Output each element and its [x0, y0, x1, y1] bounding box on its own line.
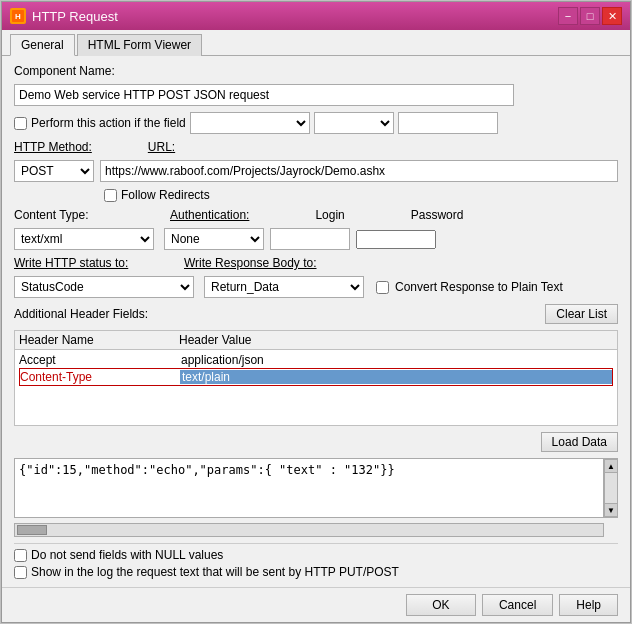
perform-action-cond-select[interactable]	[314, 112, 394, 134]
app-icon: H	[10, 8, 26, 24]
window-title: HTTP Request	[32, 9, 118, 24]
footer: OK Cancel Help	[2, 587, 630, 622]
http-method-url-inputs: POST	[14, 160, 618, 182]
close-button[interactable]: ✕	[602, 7, 622, 25]
title-bar: H HTTP Request − □ ✕	[2, 2, 630, 30]
component-name-input-row	[14, 84, 618, 106]
header-name-1: Content-Type	[20, 370, 180, 384]
tab-html-form[interactable]: HTML Form Viewer	[77, 34, 202, 56]
content-type-labels-row: Content Type: Authentication: Login Pass…	[14, 208, 618, 222]
body-hscrollbar[interactable]	[14, 523, 604, 537]
content-type-label: Content Type:	[14, 208, 114, 222]
content-type-select[interactable]: text/xml	[14, 228, 154, 250]
header-table-head: Header Name Header Value	[15, 331, 617, 350]
http-method-select[interactable]: POST	[14, 160, 94, 182]
header-table-body: Accept application/json Content-Type tex…	[15, 350, 617, 388]
write-status-inputs: StatusCode Return_Data Convert Response …	[14, 276, 618, 298]
follow-redirects-row: Follow Redirects	[104, 188, 618, 202]
body-text-area[interactable]: {"id":15,"method":"echo","params":{ "tex…	[14, 458, 604, 518]
title-bar-left: H HTTP Request	[10, 8, 118, 24]
header-name-0: Accept	[19, 353, 179, 367]
header-row-0[interactable]: Accept application/json	[19, 352, 613, 368]
body-hscroll-row	[14, 523, 618, 537]
authentication-select[interactable]: None	[164, 228, 264, 250]
body-vertical-scrollbar[interactable]: ▲ ▼	[604, 458, 618, 518]
write-http-status-select[interactable]: StatusCode	[14, 276, 194, 298]
header-value-col: Header Value	[179, 333, 613, 347]
perform-action-row: Perform this action if the field	[14, 112, 618, 134]
write-response-body-select[interactable]: Return_Data	[204, 276, 364, 298]
ok-button[interactable]: OK	[406, 594, 476, 616]
header-name-col: Header Name	[19, 333, 179, 347]
maximize-button[interactable]: □	[580, 7, 600, 25]
header-value-0: application/json	[179, 353, 613, 367]
tab-bar: General HTML Form Viewer	[2, 30, 630, 56]
login-input[interactable]	[270, 228, 350, 250]
component-name-input[interactable]	[14, 84, 514, 106]
write-response-body-label: Write Response Body to:	[184, 256, 317, 270]
perform-action-label: Perform this action if the field	[31, 116, 186, 130]
log-request-row: Show in the log the request text that wi…	[14, 565, 618, 579]
form-content: Component Name: Perform this action if t…	[2, 56, 630, 587]
component-name-row: Component Name:	[14, 64, 618, 78]
http-method-label: HTTP Method:	[14, 140, 92, 154]
null-values-label: Do not send fields with NULL values	[31, 548, 223, 562]
url-label: URL:	[148, 140, 175, 154]
additional-header-label: Additional Header Fields:	[14, 307, 148, 321]
null-values-row: Do not send fields with NULL values	[14, 548, 618, 562]
header-table: Header Name Header Value Accept applicat…	[14, 330, 618, 426]
perform-action-value-input[interactable]	[398, 112, 498, 134]
body-area-wrapper: {"id":15,"method":"echo","params":{ "tex…	[14, 458, 618, 518]
url-input[interactable]	[100, 160, 618, 182]
write-status-labels: Write HTTP status to: Write Response Bod…	[14, 256, 618, 270]
help-button[interactable]: Help	[559, 594, 618, 616]
load-data-row: Load Data	[14, 432, 618, 452]
component-name-label: Component Name:	[14, 64, 115, 78]
write-http-status-label: Write HTTP status to:	[14, 256, 174, 270]
perform-action-field-select[interactable]	[190, 112, 310, 134]
hscroll-thumb	[17, 525, 47, 535]
authentication-label: Authentication:	[170, 208, 249, 222]
http-method-url-row: HTTP Method: URL:	[14, 140, 618, 154]
hscroll-corner	[604, 523, 618, 537]
password-input[interactable]	[356, 230, 436, 249]
body-text: {"id":15,"method":"echo","params":{ "tex…	[19, 463, 395, 477]
cancel-button[interactable]: Cancel	[482, 594, 553, 616]
bottom-checkboxes: Do not send fields with NULL values Show…	[14, 543, 618, 579]
login-label: Login	[315, 208, 344, 222]
content-type-inputs-row: text/xml None	[14, 228, 618, 250]
perform-action-checkbox[interactable]	[14, 117, 27, 130]
additional-header-row: Additional Header Fields: Clear List	[14, 304, 618, 324]
follow-redirects-label: Follow Redirects	[121, 188, 210, 202]
log-request-checkbox[interactable]	[14, 566, 27, 579]
minimize-button[interactable]: −	[558, 7, 578, 25]
header-row-1[interactable]: Content-Type text/plain	[19, 368, 613, 386]
convert-response-label: Convert Response to Plain Text	[395, 280, 563, 294]
title-bar-buttons: − □ ✕	[558, 7, 622, 25]
scroll-up-arrow[interactable]: ▲	[604, 459, 618, 473]
log-request-label: Show in the log the request text that wi…	[31, 565, 399, 579]
main-window: H HTTP Request − □ ✕ General HTML Form V…	[1, 1, 631, 623]
scroll-down-arrow[interactable]: ▼	[604, 503, 618, 517]
password-label: Password	[411, 208, 464, 222]
load-data-button[interactable]: Load Data	[541, 432, 618, 452]
null-values-checkbox[interactable]	[14, 549, 27, 562]
follow-redirects-checkbox[interactable]	[104, 189, 117, 202]
clear-list-button[interactable]: Clear List	[545, 304, 618, 324]
convert-response-checkbox[interactable]	[376, 281, 389, 294]
svg-text:H: H	[15, 12, 21, 21]
header-value-1: text/plain	[180, 370, 612, 384]
tab-general[interactable]: General	[10, 34, 75, 56]
